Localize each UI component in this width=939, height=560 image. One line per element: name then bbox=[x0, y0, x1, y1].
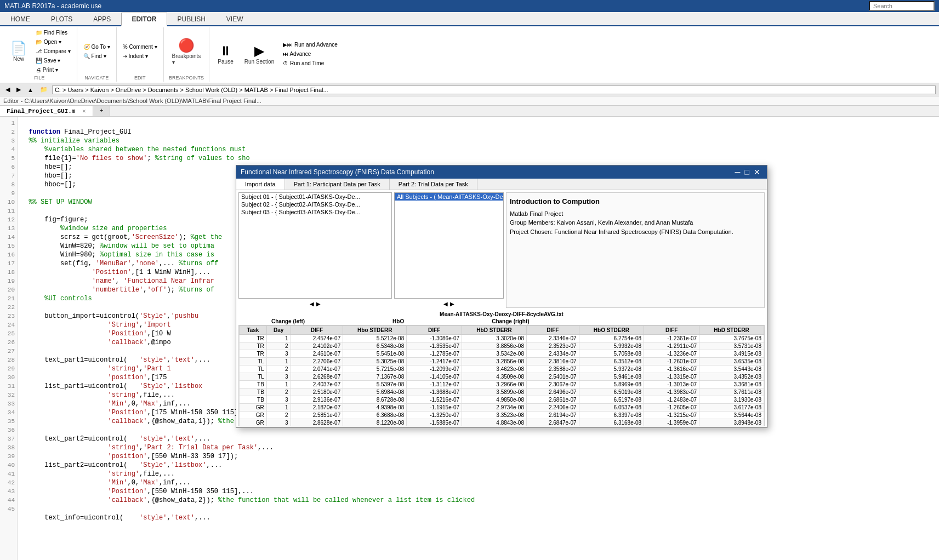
table-cell: 2.3067e-07 bbox=[526, 380, 579, 388]
main-area: Final_Project_GUI.m ✕ + 12345678910 1112… bbox=[0, 106, 939, 560]
table-cell: 4.3509e-08 bbox=[462, 373, 527, 380]
table-cell: 3.7611e-08 bbox=[699, 388, 764, 396]
tab-home[interactable]: HOME bbox=[0, 13, 41, 25]
table-cell: 3.1930e-08 bbox=[699, 396, 764, 403]
table-cell: -1.2099e-07 bbox=[407, 365, 462, 373]
advance-button[interactable]: ⏭ Advance bbox=[280, 50, 340, 58]
allsubjects-item-1[interactable]: All Subjects - ( Mean-AllTASKS-Oxy-Deox … bbox=[395, 193, 503, 201]
run-section-button[interactable]: ▶ Run Section bbox=[240, 41, 279, 67]
close-button[interactable]: ✕ bbox=[752, 168, 762, 176]
breakpoints-label: BREAKPOINTS bbox=[169, 74, 204, 81]
table-cell: 3.6535e-08 bbox=[699, 357, 764, 365]
find-button[interactable]: 🔍 Find ▾ bbox=[81, 52, 113, 60]
table-cell: 2.9136e-07 bbox=[291, 396, 343, 403]
subject-item-1[interactable]: Subject 01 - { Subject01-AITASKS-Oxy-De.… bbox=[239, 193, 391, 201]
tab-editor[interactable]: EDITOR bbox=[121, 13, 167, 26]
breakpoints-buttons: 🔴 Breakpoints▾ bbox=[167, 28, 206, 74]
find-files-button[interactable]: 📁 Find Files bbox=[33, 28, 73, 37]
pause-icon: ⏸ bbox=[219, 43, 232, 59]
indent-button[interactable]: ⇥ Indent ▾ bbox=[120, 52, 151, 60]
up-button[interactable]: ▲ bbox=[25, 85, 36, 94]
table-cell: TL bbox=[240, 357, 267, 365]
comment-button[interactable]: % Comment ▾ bbox=[120, 43, 160, 51]
table-cell: -1.2911e-07 bbox=[644, 342, 699, 350]
search-input[interactable] bbox=[869, 1, 935, 11]
editor-tab-new[interactable]: + bbox=[93, 106, 111, 116]
table-cell: 3 bbox=[266, 396, 291, 403]
table-cell: -1.5885e-07 bbox=[407, 419, 462, 426]
float-mid-panel: All Subjects - ( Mean-AllTASKS-Oxy-Deox … bbox=[394, 192, 504, 308]
table-cell: 2.6847e-07 bbox=[526, 419, 579, 426]
intro-title: Introduction to Compution bbox=[510, 196, 761, 207]
data-table-area[interactable]: Task Day DIFF Hbo STDERR DIFF HbD STDERR… bbox=[238, 325, 765, 427]
table-cell: 1 bbox=[266, 380, 291, 388]
new-button[interactable]: 📄 New bbox=[5, 38, 32, 65]
table-row: TB22.5180e-075.6984e-08-1.3688e-073.5899… bbox=[240, 388, 764, 396]
subject-item-3[interactable]: Subject 03 - { Subject03-AITASKS-Oxy-De.… bbox=[239, 208, 391, 216]
col-hbo2-diff: DIFF bbox=[526, 325, 579, 334]
table-cell: TB bbox=[240, 396, 267, 403]
table-row: TR22.4102e-076.5348e-08-1.3535e-073.8856… bbox=[240, 342, 764, 350]
minimize-button[interactable]: ─ bbox=[733, 168, 743, 176]
table-cell: 5.5397e-08 bbox=[343, 380, 407, 388]
table-row: TL22.0741e-075.7215e-08-1.2099e-073.4623… bbox=[240, 365, 764, 373]
float-title: Functional Near Infrared Spectroscopy (F… bbox=[241, 168, 733, 176]
float-tab-part2[interactable]: Part 2: Trial Data per Task bbox=[390, 179, 477, 190]
table-cell: 2.2406e-07 bbox=[526, 403, 579, 411]
edit-buttons: % Comment ▾ ⇥ Indent ▾ bbox=[120, 28, 160, 74]
table-cell: 6.5197e-08 bbox=[579, 396, 644, 403]
table-cell: 5.7215e-08 bbox=[343, 365, 407, 373]
file-label: FILE bbox=[34, 74, 44, 81]
table-cell: -1.3215e-07 bbox=[644, 411, 699, 419]
table-cell: 2.4334e-07 bbox=[526, 350, 579, 357]
table-cell: 2.4102e-07 bbox=[291, 342, 343, 350]
table-cell: 3 bbox=[266, 350, 291, 357]
table-cell: -1.3250e-07 bbox=[407, 411, 462, 419]
table-cell: 2.6268e-07 bbox=[291, 373, 343, 380]
table-cell: 5.6984e-08 bbox=[343, 388, 407, 396]
breakpoints-button[interactable]: 🔴 Breakpoints▾ bbox=[167, 35, 206, 68]
folder-icon: 📁 bbox=[38, 85, 50, 94]
float-left-panel: Subject 01 - { Subject01-AITASKS-Oxy-De.… bbox=[238, 192, 392, 308]
table-cell: 2.5180e-07 bbox=[291, 388, 343, 396]
table-cell: -1.2483e-07 bbox=[644, 396, 699, 403]
table-cell: 3.4623e-08 bbox=[462, 365, 527, 373]
table-cell: 6.3168e-08 bbox=[579, 419, 644, 426]
tab-view[interactable]: VIEW bbox=[216, 13, 254, 25]
float-tab-import[interactable]: Import data bbox=[236, 179, 285, 190]
nav-path-text: C: > Users > Kaivon > OneDrive > Documen… bbox=[55, 87, 328, 93]
subject-listbox[interactable]: Subject 01 - { Subject01-AITASKS-Oxy-De.… bbox=[238, 192, 392, 299]
table-cell: 2.3523e-07 bbox=[526, 342, 579, 350]
table-cell: 3.5644e-08 bbox=[699, 411, 764, 419]
ribbon-group-breakpoints: 🔴 Breakpoints▾ BREAKPOINTS bbox=[164, 27, 210, 82]
compare-button[interactable]: ⎇ Compare ▾ bbox=[33, 47, 73, 55]
maximize-button[interactable]: □ bbox=[743, 168, 752, 176]
pause-button[interactable]: ⏸ Pause bbox=[213, 41, 238, 67]
table-cell: 2.6194e-07 bbox=[526, 411, 579, 419]
tab-plots[interactable]: PLOTS bbox=[41, 13, 83, 25]
print-button[interactable]: 🖨 Print ▾ bbox=[33, 66, 73, 74]
allsubjects-listbox[interactable]: All Subjects - ( Mean-AllTASKS-Oxy-Deox … bbox=[394, 192, 504, 299]
run-time-button[interactable]: ⏱ Run and Time bbox=[280, 59, 340, 67]
float-window: Functional Near Infrared Spectroscopy (F… bbox=[236, 165, 767, 428]
goto-button[interactable]: 🧭 Go To ▾ bbox=[81, 43, 113, 51]
forward-button[interactable]: ▶ bbox=[14, 85, 23, 94]
run-advance-button[interactable]: ▶⏭ Run and Advance bbox=[280, 41, 340, 49]
table-cell: 2 bbox=[266, 342, 291, 350]
table-cell: -1.3013e-07 bbox=[644, 380, 699, 388]
col-hbd-stderr: HbD STDERR bbox=[462, 325, 527, 334]
table-cell: 2.5851e-07 bbox=[291, 411, 343, 419]
tab-publish[interactable]: PUBLISH bbox=[167, 13, 216, 25]
float-tab-part1[interactable]: Part 1: Participant Data per Task bbox=[285, 179, 390, 190]
tab-close-icon[interactable]: ✕ bbox=[82, 108, 86, 115]
back-button[interactable]: ◀ bbox=[3, 85, 12, 94]
table-cell: -1.2361e-07 bbox=[644, 334, 699, 342]
table-cell: -1.3112e-07 bbox=[407, 380, 462, 388]
open-button[interactable]: 📂 Open ▾ bbox=[33, 38, 73, 46]
table-row: TL32.6268e-077.1367e-08-1.4105e-074.3509… bbox=[240, 373, 764, 380]
intro-box: Introduction to Compution Matlab Final P… bbox=[506, 192, 765, 308]
tab-apps[interactable]: APPS bbox=[83, 13, 121, 25]
save-button[interactable]: 💾 Save ▾ bbox=[33, 56, 73, 65]
subject-item-2[interactable]: Subject 02 - { Subject02-AITASKS-Oxy-De.… bbox=[239, 201, 391, 208]
editor-tab-main[interactable]: Final_Project_GUI.m ✕ bbox=[0, 106, 93, 116]
